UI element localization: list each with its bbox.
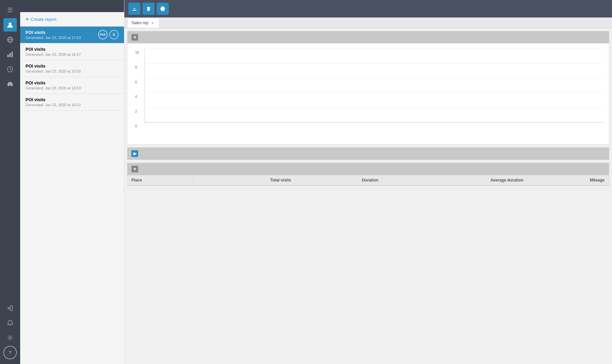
tab-sales-rep[interactable]: Sales rep ✕: [127, 17, 160, 28]
svg-rect-6: [11, 52, 13, 57]
grid-line: 8: [145, 63, 604, 64]
y-tick-label: 6: [135, 80, 137, 84]
tab-close-icon[interactable]: ✕: [151, 21, 154, 25]
svg-point-14: [113, 34, 115, 35]
report-date-1: Generated: Jan 23, 2020 at 16:57: [26, 52, 119, 56]
globe-icon[interactable]: [3, 33, 17, 46]
chevron-down-icon: ▾: [131, 34, 138, 41]
hamburger-icon[interactable]: ☰: [3, 3, 17, 17]
pdf-icon-btn[interactable]: PDF: [98, 30, 108, 39]
col-avg-duration: Average duration: [383, 175, 528, 186]
grid-line: 0: [145, 122, 604, 122]
report-item-2[interactable]: POI visits Generated: Jan 23, 2020 at 16…: [20, 60, 124, 77]
svg-point-22: [164, 9, 164, 9]
user-icon[interactable]: [3, 18, 17, 32]
y-tick-label: 2: [135, 110, 137, 113]
tab-label: Sales rep: [131, 21, 149, 25]
grid-line: 10: [145, 48, 604, 49]
table-head: Place Total visits Duration Average dura…: [127, 175, 609, 186]
report-date-3: Generated: Jan 23, 2020 at 16:53: [26, 86, 119, 90]
svg-point-0: [9, 23, 11, 25]
report-date-2: Generated: Jan 23, 2020 at 16:55: [26, 69, 119, 73]
report-title-3: POI visits: [26, 80, 119, 85]
summary-chevron-icon: ▾: [131, 166, 138, 172]
y-tick-label: 0: [135, 124, 137, 128]
grid-line: 4: [145, 92, 604, 93]
tab-bar: Sales rep ✕: [124, 17, 612, 28]
sidebar: + Create report POI visits Generated: Ja…: [20, 0, 124, 364]
chart-visits-content: 0246810: [127, 43, 609, 144]
chart-visits-section: ▾ 0246810: [127, 31, 609, 145]
report-title-4: POI visits: [26, 97, 119, 102]
bell-icon[interactable]: [3, 316, 17, 330]
summary-header[interactable]: ▾: [127, 163, 609, 175]
settings-icon[interactable]: [3, 331, 17, 345]
delete-button[interactable]: [142, 3, 155, 15]
report-title-0: POI visits: [26, 30, 81, 35]
create-report-button[interactable]: + Create report: [20, 12, 124, 27]
chevron-right-icon: ▶: [131, 150, 138, 157]
settings-icon-btn[interactable]: [109, 30, 119, 39]
print-button[interactable]: [157, 3, 169, 15]
main-content: Sales rep ✕ ▾ 0246810 ▶: [124, 0, 612, 364]
svg-point-9: [8, 85, 9, 86]
report-title-1: POI visits: [26, 47, 119, 52]
summary-table: Place Total visits Duration Average dura…: [127, 175, 609, 186]
summary-section: ▾ Place Total visits Duration Average du…: [127, 163, 609, 186]
report-item-0[interactable]: POI visits Generated: Jan 23, 2020 at 17…: [20, 27, 124, 43]
sidebar-header: [20, 0, 124, 12]
plus-icon: +: [26, 16, 29, 22]
svg-rect-4: [7, 54, 9, 57]
report-list: POI visits Generated: Jan 23, 2020 at 17…: [20, 27, 124, 364]
grid-line: 6: [145, 78, 604, 78]
report-date-0: Generated: Jan 23, 2020 at 17:03: [26, 36, 81, 40]
report-title-2: POI visits: [26, 64, 119, 69]
col-mileage: Mileage: [528, 175, 609, 186]
svg-rect-15: [132, 10, 136, 10]
report-item-4[interactable]: POI visits Generated: Jan 23, 2020 at 16…: [20, 94, 124, 111]
download-button[interactable]: [128, 3, 140, 15]
toolbar: [124, 0, 612, 17]
chart-visits-header[interactable]: ▾: [127, 31, 609, 43]
svg-point-13: [9, 337, 11, 339]
chart-icon[interactable]: [3, 48, 17, 61]
y-tick-label: 10: [135, 51, 139, 54]
table-header-row: Place Total visits Duration Average dura…: [127, 175, 609, 186]
y-tick-label: 4: [135, 95, 137, 98]
grid-line: 2: [145, 107, 604, 108]
report-date-4: Generated: Jan 23, 2020 at 16:52: [26, 103, 119, 107]
chart-time-header[interactable]: ▶: [127, 148, 609, 160]
report-item-1[interactable]: POI visits Generated: Jan 23, 2020 at 16…: [20, 43, 124, 60]
y-tick-label: 8: [135, 65, 137, 69]
left-nav: ☰: [0, 0, 20, 364]
svg-rect-5: [9, 53, 11, 57]
create-report-label: Create report: [31, 17, 56, 22]
col-duration: Duration: [295, 175, 382, 186]
content-area: ▾ 0246810 ▶ ▾: [124, 28, 612, 364]
col-total-visits: Total visits: [193, 175, 295, 186]
chart-bars-area: 0246810: [144, 49, 604, 123]
chart-grid: 0246810: [145, 49, 604, 122]
col-place: Place: [127, 175, 193, 186]
report-item-3[interactable]: POI visits Generated: Jan 23, 2020 at 16…: [20, 77, 124, 94]
clock-icon[interactable]: [3, 63, 17, 76]
chart-time-section: ▶: [127, 147, 609, 160]
summary-table-wrapper: Place Total visits Duration Average dura…: [127, 175, 609, 186]
svg-point-10: [11, 85, 12, 86]
vehicle-icon[interactable]: [3, 77, 17, 91]
help-icon[interactable]: ?: [3, 346, 17, 359]
login-icon[interactable]: [3, 301, 17, 315]
